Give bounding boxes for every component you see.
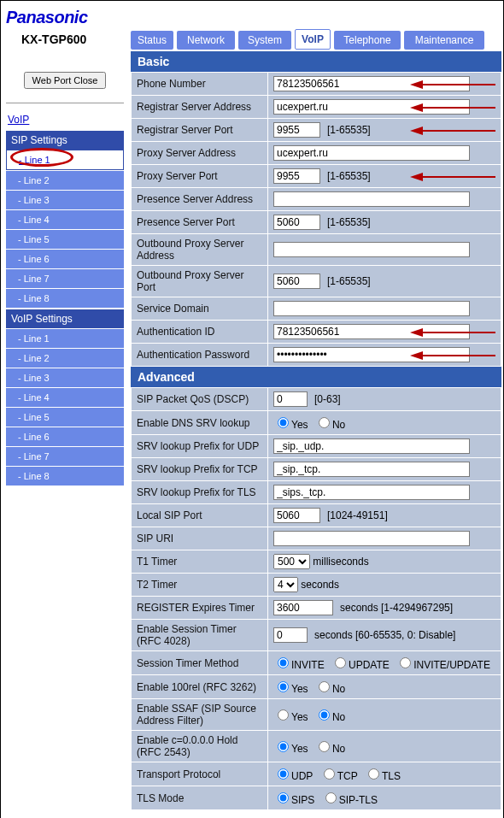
sidebar-voip-line-8[interactable]: - Line 8: [6, 466, 124, 486]
proxy-port-input[interactable]: [273, 168, 320, 184]
phone-number-input[interactable]: [273, 76, 470, 91]
method-invite-update-radio[interactable]: [400, 657, 411, 668]
qos-input[interactable]: [273, 391, 308, 407]
auth-password-label: Authentication Password: [132, 344, 268, 367]
method-invite-radio[interactable]: [278, 657, 289, 668]
tls-sips-radio[interactable]: [278, 792, 289, 803]
tab-voip[interactable]: VoIP: [295, 29, 331, 50]
qos-hint: [0-63]: [314, 393, 341, 405]
tab-telephone[interactable]: Telephone: [334, 31, 401, 50]
presence-address-input[interactable]: [273, 191, 470, 207]
sip-uri-label: SIP URI: [132, 527, 268, 550]
proxy-port-label: Proxy Server Port: [132, 165, 268, 188]
registrar-address-label: Registrar Server Address: [132, 96, 268, 119]
sidebar-sip-line-1[interactable]: - Line 1: [6, 150, 124, 170]
sidebar-voip-line-5[interactable]: - Line 5: [6, 407, 124, 427]
dns-srv-yes-radio[interactable]: [278, 417, 289, 428]
t2-timer-select[interactable]: 4: [273, 577, 298, 592]
session-method-label: Session Timer Method: [132, 651, 268, 675]
register-expires-input[interactable]: [273, 600, 333, 615]
outbound-port-input[interactable]: [273, 274, 320, 289]
sidebar-voip-line-2[interactable]: - Line 2: [6, 348, 124, 368]
outbound-address-input[interactable]: [273, 242, 470, 257]
hold-yes-radio[interactable]: [278, 741, 289, 752]
sidebar-voip-line-4[interactable]: - Line 4: [6, 387, 124, 407]
register-expires-hint: seconds [1-4294967295]: [340, 602, 453, 614]
auth-password-input[interactable]: [273, 347, 470, 362]
outbound-address-label: Outbound Proxy Server Address: [132, 234, 268, 266]
presence-port-hint: [1-65535]: [327, 216, 371, 228]
sip-uri-input[interactable]: [273, 531, 470, 546]
outbound-port-hint: [1-65535]: [327, 275, 371, 287]
sidebar-sip-line-4[interactable]: - Line 4: [6, 209, 124, 229]
session-timer-hint: seconds [60-65535, 0: Disable]: [314, 629, 455, 641]
qos-label: SIP Packet QoS (DSCP): [132, 388, 268, 411]
srv-udp-input[interactable]: [273, 438, 470, 454]
hold-no-radio[interactable]: [319, 741, 330, 752]
srv-tls-input[interactable]: [273, 485, 470, 500]
service-domain-label: Service Domain: [132, 297, 268, 321]
local-sip-port-label: Local SIP Port: [132, 504, 268, 527]
proxy-port-hint: [1-65535]: [327, 170, 371, 182]
sidebar-voip-line-7[interactable]: - Line 7: [6, 446, 124, 466]
sidebar-title-voip[interactable]: VoIP: [6, 112, 124, 129]
sidebar-sip-line-8[interactable]: - Line 8: [6, 288, 124, 308]
100rel-yes-radio[interactable]: [278, 681, 289, 692]
t2-timer-label: T2 Timer: [132, 574, 268, 597]
method-update-radio[interactable]: [335, 657, 346, 668]
presence-port-input[interactable]: [273, 215, 320, 230]
ssaf-label: Enable SSAF (SIP Source Address Filter): [132, 699, 268, 731]
sidebar-voip-line-1[interactable]: - Line 1: [6, 328, 124, 348]
registrar-address-input[interactable]: [273, 99, 470, 115]
sidebar-voip-line-6[interactable]: - Line 6: [6, 427, 124, 446]
arrow-icon: [410, 173, 495, 181]
presence-port-label: Presence Server Port: [132, 211, 268, 234]
brand-logo: Panasonic: [3, 3, 131, 29]
100rel-no-radio[interactable]: [319, 681, 330, 692]
tls-siptls-radio[interactable]: [325, 792, 337, 803]
transport-label: Transport Protocol: [132, 762, 268, 786]
srv-tcp-input[interactable]: [273, 462, 470, 477]
transport-tcp-radio[interactable]: [324, 768, 335, 780]
sidebar-sip-line-7[interactable]: - Line 7: [6, 268, 124, 288]
t2-unit: seconds: [301, 579, 339, 591]
local-sip-port-hint: [1024-49151]: [327, 509, 388, 521]
registrar-port-input[interactable]: [273, 122, 320, 138]
register-expires-label: REGISTER Expires Timer: [132, 597, 268, 620]
top-tabs: Status Network System VoIP Telephone Mai…: [131, 29, 501, 51]
sidebar-sip-settings[interactable]: SIP Settings: [6, 131, 124, 150]
tab-status[interactable]: Status: [131, 31, 173, 50]
sidebar-voip-settings[interactable]: VoIP Settings: [6, 309, 124, 328]
transport-udp-radio[interactable]: [278, 768, 289, 780]
proxy-address-label: Proxy Server Address: [132, 142, 268, 165]
auth-id-input[interactable]: [273, 324, 470, 339]
transport-tls-radio[interactable]: [368, 768, 379, 780]
srv-tls-label: SRV lookup Prefix for TLS: [132, 481, 268, 504]
service-domain-input[interactable]: [273, 301, 470, 316]
ssaf-no-radio[interactable]: [319, 709, 330, 721]
tab-maintenance[interactable]: Maintenance: [404, 31, 484, 50]
registrar-port-label: Registrar Server Port: [132, 119, 268, 142]
ssaf-yes-radio[interactable]: [278, 709, 289, 721]
proxy-address-input[interactable]: [273, 145, 470, 161]
registrar-port-hint: [1-65535]: [327, 124, 371, 136]
session-timer-input[interactable]: [273, 627, 308, 643]
dns-srv-label: Enable DNS SRV lookup: [132, 411, 268, 435]
tab-system[interactable]: System: [238, 31, 291, 50]
sidebar-sip-line-6[interactable]: - Line 6: [6, 249, 124, 268]
t1-timer-select[interactable]: 500: [273, 554, 310, 569]
t1-unit: milliseconds: [313, 556, 368, 568]
sidebar-sip-line-2[interactable]: - Line 2: [6, 170, 124, 190]
web-port-close-button[interactable]: Web Port Close: [24, 72, 107, 89]
tab-network[interactable]: Network: [177, 31, 235, 50]
phone-number-label: Phone Number: [132, 73, 268, 96]
presence-address-label: Presence Server Address: [132, 188, 268, 211]
t1-timer-label: T1 Timer: [132, 550, 268, 574]
sidebar-voip-line-3[interactable]: - Line 3: [6, 368, 124, 387]
model-name: KX-TGP600: [3, 29, 131, 51]
dns-srv-no-radio[interactable]: [319, 417, 330, 428]
sidebar-sip-line-3[interactable]: - Line 3: [6, 190, 124, 209]
sidebar-sip-line-5[interactable]: - Line 5: [6, 229, 124, 249]
session-timer-label: Enable Session Timer (RFC 4028): [132, 620, 268, 651]
local-sip-port-input[interactable]: [273, 508, 320, 523]
